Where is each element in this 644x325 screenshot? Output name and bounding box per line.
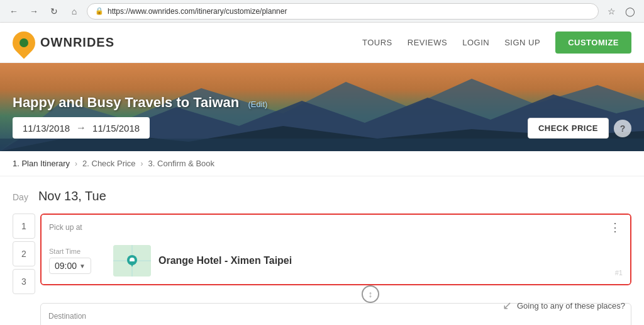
pickup-label: Pick up at — [49, 223, 82, 232]
browser-actions: ☆ ◯ — [604, 4, 638, 19]
day-header: Day Nov 13, Tue — [13, 189, 631, 203]
check-price-area: CHECK PRICE ? — [528, 118, 631, 139]
logo[interactable]: OWNRIDES — [13, 31, 114, 54]
more-options-button[interactable]: ⋮ — [608, 220, 623, 235]
back-button[interactable]: ← — [6, 4, 21, 19]
breadcrumb-step1[interactable]: 1. Plan Itinerary — [13, 159, 70, 168]
address-bar[interactable]: 🔒 https://www.ownrides.com/itinerary/cus… — [87, 3, 599, 20]
time-value: 09:00 — [55, 261, 77, 271]
customize-button[interactable]: CUSTOMIZE — [555, 31, 631, 54]
day-number-2[interactable]: 2 — [13, 241, 35, 266]
logo-icon-inner — [19, 38, 28, 47]
hero-title: Happy and Busy Travels to Taiwan (Edit) — [13, 94, 631, 111]
url-text: https://www.ownrides.com/itinerary/custo… — [108, 7, 591, 16]
main-content: Day Nov 13, Tue 1 2 3 Pick up at ⋮ Start… — [0, 176, 644, 325]
profile-button[interactable]: ◯ — [623, 4, 638, 19]
planner-layout: 1 2 3 Pick up at ⋮ Start Time 09:00 ▼ — [13, 214, 631, 325]
hero-edit-link[interactable]: (Edit) — [248, 100, 267, 109]
breadcrumb-chevron1: › — [75, 159, 77, 168]
breadcrumb-chevron2: › — [141, 159, 143, 168]
map-thumbnail — [113, 245, 151, 277]
pickup-card-header: Pick up at ⋮ — [42, 215, 630, 240]
reload-button[interactable]: ↻ — [47, 4, 62, 19]
day-date: Nov 13, Tue — [38, 189, 106, 203]
forward-button[interactable]: → — [26, 4, 42, 19]
breadcrumb-step3[interactable]: 3. Confirm & Book — [148, 159, 215, 168]
hint-arrow-icon: ↙ — [502, 299, 512, 312]
date-start: 11/13/2018 — [23, 123, 70, 134]
pickup-card: Pick up at ⋮ Start Time 09:00 ▼ — [40, 214, 631, 285]
hint-text: Going to any of these places? — [517, 301, 625, 311]
time-dropdown-icon: ▼ — [79, 263, 86, 270]
hotel-name: Orange Hotel - Ximen Taipei — [158, 255, 292, 266]
date-end: 11/15/2018 — [92, 123, 140, 134]
day-number-3[interactable]: 3 — [13, 269, 35, 294]
breadcrumb-step2[interactable]: 2. Check Price — [82, 159, 136, 168]
nav-reviews[interactable]: REVIEWS — [408, 38, 447, 47]
breadcrumb: 1. Plan Itinerary › 2. Check Price › 3. … — [0, 151, 644, 176]
day-numbers: 1 2 3 — [13, 214, 35, 325]
home-button[interactable]: ⌂ — [67, 4, 82, 19]
star-button[interactable]: ☆ — [604, 4, 619, 19]
check-price-button[interactable]: CHECK PRICE — [528, 118, 609, 139]
right-panel-hint: ↙ Going to any of these places? — [502, 299, 625, 312]
nav-tours[interactable]: TOURS — [362, 38, 392, 47]
svg-rect-4 — [0, 139, 644, 151]
lock-icon: 🔒 — [95, 7, 104, 15]
connector-circle: ↕ — [362, 285, 379, 303]
logo-icon — [8, 26, 40, 59]
hero-title-text: Happy and Busy Travels to Taiwan — [13, 94, 239, 110]
help-button[interactable]: ? — [614, 120, 631, 137]
date-arrow-icon: → — [76, 122, 86, 134]
day-number-1[interactable]: 1 — [13, 214, 35, 239]
destination-label: Destination — [48, 312, 86, 321]
date-range: 11/13/2018 → 11/15/2018 — [13, 117, 150, 139]
hero-section: Happy and Busy Travels to Taiwan (Edit) … — [0, 63, 644, 151]
main-nav: TOURS REVIEWS LOGIN SIGN UP CUSTOMIZE — [362, 31, 631, 54]
start-time-section: Start Time 09:00 ▼ — [49, 248, 106, 274]
card-number: #1 — [615, 269, 623, 277]
logo-text: OWNRIDES — [40, 35, 114, 50]
site-header: OWNRIDES TOURS REVIEWS LOGIN SIGN UP CUS… — [0, 23, 644, 63]
day-label: Day — [13, 192, 28, 202]
start-time-label: Start Time — [49, 248, 80, 255]
nav-signup[interactable]: SIGN UP — [504, 38, 540, 47]
connector-symbol: ↕ — [369, 289, 373, 299]
nav-login[interactable]: LOGIN — [462, 38, 489, 47]
pickup-card-body: Start Time 09:00 ▼ — [42, 240, 630, 284]
browser-chrome: ← → ↻ ⌂ 🔒 https://www.ownrides.com/itine… — [0, 0, 644, 23]
time-select[interactable]: 09:00 ▼ — [49, 258, 91, 274]
